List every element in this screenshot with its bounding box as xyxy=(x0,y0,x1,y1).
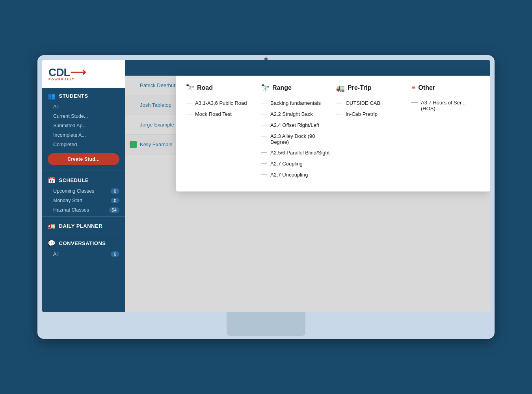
other-header-label: Other xyxy=(419,84,435,91)
logo-sub: POWERSUIT xyxy=(48,78,86,81)
item-label: OUTSIDE CAB xyxy=(346,100,405,106)
range-header-icon: 🔭 xyxy=(261,84,270,92)
conversations-icon: 💬 xyxy=(48,240,56,247)
item-label: Backing fundamentals xyxy=(270,100,330,106)
dropdown-item[interactable]: — A2.7 Uncoupling xyxy=(261,171,330,178)
conversations-section-header: 💬 CONVERSATIONS xyxy=(42,236,125,249)
daily-planner-section-header[interactable]: 🚛 DAILY PLANNER xyxy=(42,218,125,232)
dropdown-col-road: 🔭 Road — A3.1-A3.6 Public Road — Mock Ro… xyxy=(186,84,255,182)
sidebar-item-all[interactable]: All xyxy=(42,102,125,112)
logo-text: CDL⟶ xyxy=(48,67,86,78)
divider-2 xyxy=(42,216,125,217)
dropdown-col-pretrip: 🚛 Pre-Trip — OUTSIDE CAB — In-Cab Pretri… xyxy=(336,84,405,182)
students-icon: 👥 xyxy=(48,92,56,100)
item-label: In-Cab Pretrip xyxy=(346,111,405,117)
item-label: Mock Road Test xyxy=(195,111,255,117)
pretrip-header-label: Pre-Trip xyxy=(348,84,371,91)
dash: — xyxy=(186,110,192,117)
sidebar-item-monday-start[interactable]: Monday Start 0 xyxy=(42,196,125,205)
dash: — xyxy=(261,99,267,106)
dropdown-item[interactable]: — A3.7 Hours of Ser... (HOS) xyxy=(411,99,480,112)
range-header: 🔭 Range xyxy=(261,84,330,94)
dash: — xyxy=(261,149,267,156)
divider-3 xyxy=(42,234,125,234)
top-bar xyxy=(125,60,490,76)
item-label: A3.7 Hours of Ser... (HOS) xyxy=(421,100,480,112)
item-label: A2.4 Offset Right/Left xyxy=(270,122,330,128)
dropdown-overlay: 🔭 Road — A3.1-A3.6 Public Road — Mock Ro… xyxy=(125,76,490,312)
main-content: Patrick Deerhurd ⏱ 0% 🔭 🚛 ≡ 🔒 ✓ Class A xyxy=(125,60,490,312)
dash: — xyxy=(261,121,267,128)
dropdown-card: 🔭 Road — A3.1-A3.6 Public Road — Mock Ro… xyxy=(176,76,490,191)
students-section-header: 👥 STUDENTS xyxy=(42,88,125,102)
logo-area: CDL⟶ POWERSUIT xyxy=(42,60,125,88)
dash: — xyxy=(411,99,418,106)
sidebar-item-completed[interactable]: Completed xyxy=(42,140,125,149)
dash: — xyxy=(336,99,342,106)
dropdown-item[interactable]: — A2.5/6 Parallel Blind/Sight xyxy=(261,149,330,156)
road-header-label: Road xyxy=(197,84,213,91)
sidebar: CDL⟶ POWERSUIT 👥 STUDENTS All Current St… xyxy=(42,60,125,312)
item-label: A2.7 Coupling xyxy=(270,161,330,167)
item-label: A2.3 Alley Dock (90 Degree) xyxy=(270,133,330,145)
pretrip-header: 🚛 Pre-Trip xyxy=(336,84,405,94)
dropdown-col-range: 🔭 Range — Backing fundamentals — A2.2 St… xyxy=(261,84,330,182)
dash: — xyxy=(186,99,192,106)
dropdown-item[interactable]: — OUTSIDE CAB xyxy=(336,99,405,106)
create-student-button[interactable]: Create Stud... xyxy=(48,153,119,165)
dropdown-item[interactable]: — A3.1-A3.6 Public Road xyxy=(186,99,255,106)
sidebar-item-conversations-all[interactable]: All 0 xyxy=(42,249,125,259)
dropdown-item[interactable]: — A2.3 Alley Dock (90 Degree) xyxy=(261,132,330,145)
sidebar-item-current-students[interactable]: Current Stude... xyxy=(42,112,125,121)
dropdown-item[interactable]: — A2.4 Offset Right/Left xyxy=(261,121,330,128)
sidebar-item-hazmat-classes[interactable]: Hazmat Classes 54 xyxy=(42,205,125,215)
dash: — xyxy=(261,110,267,117)
other-header-icon: ≡ xyxy=(411,84,416,92)
dash: — xyxy=(261,132,267,139)
item-label: A2.5/6 Parallel Blind/Sight xyxy=(270,150,330,156)
dash: — xyxy=(261,160,267,167)
divider-1 xyxy=(42,171,125,171)
road-header-icon: 🔭 xyxy=(186,84,194,92)
daily-planner-icon: 🚛 xyxy=(48,222,56,230)
dropdown-columns: 🔭 Road — A3.1-A3.6 Public Road — Mock Ro… xyxy=(186,84,480,182)
schedule-icon: 📅 xyxy=(48,177,56,184)
road-header: 🔭 Road xyxy=(186,84,255,94)
sidebar-item-upcoming-classes[interactable]: Upcoming Classes 0 xyxy=(42,186,125,196)
sidebar-item-incomplete[interactable]: Incomplete A... xyxy=(42,130,125,140)
dash: — xyxy=(336,110,342,117)
dropdown-item[interactable]: — A2.2 Straight Back xyxy=(261,110,330,117)
item-label: A2.2 Straight Back xyxy=(270,111,330,117)
dropdown-col-other: ≡ Other — A3.7 Hours of Ser... (HOS) xyxy=(411,84,480,182)
pretrip-header-icon: 🚛 xyxy=(336,84,345,92)
item-label: A3.1-A3.6 Public Road xyxy=(195,100,255,106)
dash: — xyxy=(261,171,267,178)
other-header: ≡ Other xyxy=(411,84,480,93)
dropdown-item[interactable]: — In-Cab Pretrip xyxy=(336,110,405,117)
item-label: A2.7 Uncoupling xyxy=(270,172,330,178)
range-header-label: Range xyxy=(272,84,292,91)
dropdown-item[interactable]: — Mock Road Test xyxy=(186,110,255,117)
schedule-section-header: 📅 SCHEDULE xyxy=(42,173,125,186)
sidebar-item-submitted[interactable]: Submitted Ap... xyxy=(42,121,125,130)
dropdown-item[interactable]: — Backing fundamentals xyxy=(261,99,330,106)
dropdown-item[interactable]: — A2.7 Coupling xyxy=(261,160,330,167)
monitor-stand xyxy=(227,312,305,336)
